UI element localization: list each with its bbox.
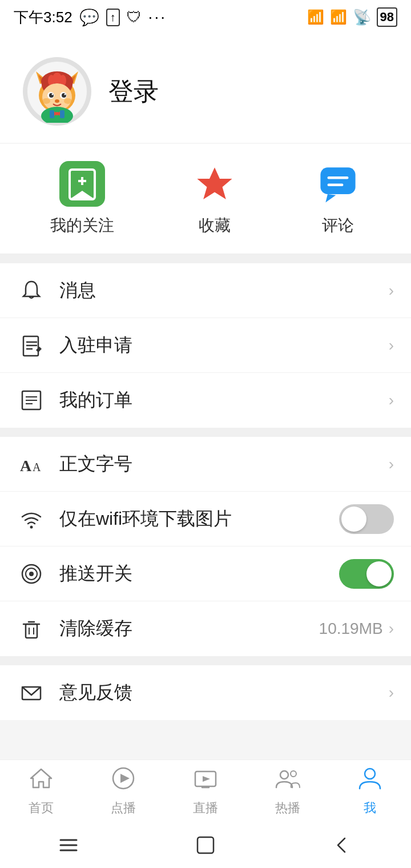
wifi-icon: 📡	[353, 9, 371, 26]
cache-arrow: ›	[389, 620, 394, 638]
collect-star-icon	[194, 163, 235, 204]
nav-item-home[interactable]: 首页	[0, 766, 82, 817]
svg-rect-50	[26, 624, 37, 638]
svg-marker-56	[31, 769, 51, 787]
status-left: 下午3:52 💬 ↑ 🛡 ···	[14, 7, 167, 27]
users-icon	[275, 766, 300, 796]
svg-marker-58	[120, 774, 130, 783]
svg-point-46	[30, 525, 33, 528]
comment-icon-bg	[315, 161, 361, 207]
font-icon: A A	[17, 453, 46, 476]
settle-label: 入驻申请	[59, 333, 389, 358]
follow-icon-bg	[59, 161, 105, 207]
wifi-label: 仅在wifi环境下载图片	[59, 507, 339, 532]
svg-marker-33	[325, 194, 336, 202]
quick-action-collect[interactable]: 收藏	[192, 161, 237, 236]
collect-icon-bg	[192, 161, 237, 207]
svg-rect-68	[198, 837, 213, 853]
section-divider-2	[0, 428, 411, 437]
push-toggle[interactable]	[339, 559, 394, 589]
cache-label: 清除缓存	[59, 616, 319, 641]
push-label: 推送开关	[59, 561, 339, 586]
menu-item-wifi[interactable]: 仅在wifi环境下载图片	[0, 492, 411, 546]
svg-point-64	[365, 769, 375, 779]
menu-group-1: 消息 › 入驻申请 › 我的订单 ›	[0, 263, 411, 428]
status-bar: 下午3:52 💬 ↑ 🛡 ··· 📶 📶 📡 98	[0, 0, 411, 34]
avatar-image	[26, 60, 88, 123]
menu-item-cache[interactable]: 清除缓存 10.19MB ›	[0, 601, 411, 656]
home-button[interactable]	[183, 828, 228, 862]
order-arrow: ›	[389, 391, 394, 409]
svg-rect-23	[50, 110, 54, 118]
wifi-toggle-knob	[341, 507, 366, 532]
svg-point-11	[53, 73, 62, 84]
nav-item-live[interactable]: 直播	[164, 766, 247, 817]
quick-action-comment[interactable]: 评论	[315, 161, 361, 236]
fontsize-arrow: ›	[389, 455, 394, 473]
comment-chat-icon	[317, 163, 358, 204]
message-arrow: ›	[389, 282, 394, 300]
menu-group-3: 意见反馈 ›	[0, 665, 411, 720]
shield-icon: 🛡	[127, 9, 142, 26]
time-display: 下午3:52	[14, 7, 72, 27]
menu-item-settle[interactable]: 入驻申请 ›	[0, 318, 411, 373]
svg-point-27	[55, 112, 59, 115]
me-nav-label: 我	[364, 799, 376, 817]
status-right: 📶 📶 📡 98	[307, 7, 397, 27]
menu-button[interactable]	[46, 828, 91, 862]
bell-icon	[17, 279, 46, 302]
collect-label: 收藏	[199, 215, 231, 236]
quick-action-follow[interactable]: 我的关注	[50, 161, 114, 236]
signal-icon: 📶	[307, 9, 324, 25]
cache-value: 10.19MB	[319, 620, 383, 638]
svg-point-17	[52, 94, 54, 95]
quick-actions-section: 我的关注 收藏 评论	[0, 144, 411, 254]
svg-point-49	[29, 572, 34, 576]
fontsize-label: 正文字号	[59, 452, 389, 477]
login-label[interactable]: 登录	[108, 75, 159, 108]
wifi-toggle[interactable]	[339, 504, 394, 534]
menu-group-2: A A 正文字号 › 仅在wifi环境下载图片	[0, 437, 411, 656]
edit-icon	[17, 334, 46, 357]
svg-marker-60	[203, 776, 210, 782]
target-icon	[17, 562, 46, 585]
svg-point-18	[65, 94, 66, 95]
follow-label: 我的关注	[50, 215, 114, 236]
dots-icon: ···	[148, 8, 167, 26]
feedback-arrow: ›	[389, 684, 394, 702]
push-toggle-knob	[366, 561, 392, 586]
profile-section[interactable]: 登录	[0, 34, 411, 143]
vod-nav-label: 点播	[111, 799, 136, 817]
list-icon	[17, 389, 46, 412]
svg-point-21	[64, 98, 72, 104]
wifi-status-icon: 📶	[330, 9, 347, 25]
live-nav-label: 直播	[193, 799, 218, 817]
svg-rect-32	[320, 167, 355, 194]
nav-item-me[interactable]: 我	[329, 766, 411, 817]
avatar[interactable]	[23, 57, 91, 126]
svg-marker-31	[197, 167, 232, 199]
wechat-icon: 💬	[79, 8, 99, 27]
menu-item-feedback[interactable]: 意见反馈 ›	[0, 665, 411, 720]
bottom-nav: 首页 点播 直播	[0, 760, 411, 822]
section-divider-3	[0, 656, 411, 665]
svg-text:A: A	[20, 457, 32, 475]
menu-item-order[interactable]: 我的订单 ›	[0, 373, 411, 428]
svg-rect-24	[60, 110, 65, 118]
trash-icon	[17, 617, 46, 640]
svg-point-63	[291, 771, 296, 777]
wifi-menu-icon	[17, 508, 46, 531]
back-button[interactable]	[320, 828, 365, 862]
mail-icon	[17, 681, 46, 704]
feedback-label: 意见反馈	[59, 680, 389, 705]
nav-item-vod[interactable]: 点播	[82, 766, 164, 817]
svg-point-20	[42, 98, 50, 104]
menu-item-push[interactable]: 推送开关	[0, 546, 411, 601]
menu-item-fontsize[interactable]: A A 正文字号 ›	[0, 437, 411, 492]
settle-arrow: ›	[389, 336, 394, 355]
menu-item-message[interactable]: 消息 ›	[0, 263, 411, 318]
home-icon	[29, 766, 54, 796]
svg-text:A: A	[33, 461, 41, 473]
svg-point-12	[42, 83, 72, 111]
nav-item-hot[interactable]: 热播	[247, 766, 329, 817]
